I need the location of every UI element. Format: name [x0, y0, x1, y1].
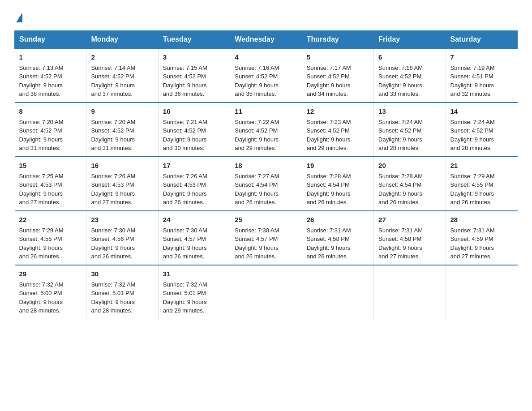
calendar-cell: 16Sunrise: 7:26 AMSunset: 4:53 PMDayligh…: [86, 157, 158, 211]
day-number: 3: [163, 52, 225, 62]
calendar-cell: 9Sunrise: 7:20 AMSunset: 4:52 PMDaylight…: [86, 103, 158, 157]
day-info: Sunrise: 7:29 AMSunset: 4:55 PMDaylight:…: [19, 227, 64, 260]
day-info: Sunrise: 7:21 AMSunset: 4:52 PMDaylight:…: [163, 119, 207, 152]
calendar-cell: 22Sunrise: 7:29 AMSunset: 4:55 PMDayligh…: [15, 211, 86, 265]
day-info: Sunrise: 7:15 AMSunset: 4:52 PMDaylight:…: [163, 64, 207, 98]
calendar-cell: 10Sunrise: 7:21 AMSunset: 4:52 PMDayligh…: [158, 103, 230, 157]
day-number: 27: [378, 215, 441, 225]
day-info: Sunrise: 7:20 AMSunset: 4:52 PMDaylight:…: [19, 119, 64, 152]
day-number: 5: [307, 52, 369, 62]
day-info: Sunrise: 7:30 AMSunset: 4:56 PMDaylight:…: [91, 227, 135, 260]
day-info: Sunrise: 7:28 AMSunset: 4:54 PMDaylight:…: [378, 173, 423, 206]
day-number: 17: [163, 161, 225, 171]
day-number: 16: [91, 161, 153, 171]
calendar-cell: [302, 265, 373, 319]
calendar-cell: 6Sunrise: 7:18 AMSunset: 4:52 PMDaylight…: [374, 48, 446, 103]
day-info: Sunrise: 7:22 AMSunset: 4:52 PMDaylight:…: [235, 119, 279, 152]
day-number: 11: [235, 107, 297, 116]
column-header-thursday: Thursday: [302, 31, 373, 49]
calendar-cell: [446, 265, 517, 319]
calendar-week-row: 8Sunrise: 7:20 AMSunset: 4:52 PMDaylight…: [15, 103, 518, 157]
day-number: 9: [91, 107, 153, 116]
day-number: 18: [235, 161, 297, 171]
column-header-wednesday: Wednesday: [230, 31, 302, 49]
day-number: 23: [91, 215, 153, 225]
day-number: 10: [163, 107, 225, 116]
day-number: 2: [91, 52, 153, 62]
calendar-cell: 24Sunrise: 7:30 AMSunset: 4:57 PMDayligh…: [158, 211, 230, 265]
calendar-cell: 7Sunrise: 7:19 AMSunset: 4:51 PMDaylight…: [446, 48, 517, 103]
day-info: Sunrise: 7:28 AMSunset: 4:54 PMDaylight:…: [307, 173, 351, 206]
calendar-header-row: SundayMondayTuesdayWednesdayThursdayFrid…: [15, 31, 518, 49]
day-number: 19: [307, 161, 369, 171]
column-header-sunday: Sunday: [15, 31, 86, 49]
day-number: 29: [19, 269, 82, 279]
day-info: Sunrise: 7:24 AMSunset: 4:52 PMDaylight:…: [378, 119, 423, 152]
calendar-week-row: 1Sunrise: 7:13 AMSunset: 4:52 PMDaylight…: [15, 48, 518, 103]
logo: [14, 11, 22, 22]
day-info: Sunrise: 7:20 AMSunset: 4:52 PMDaylight:…: [91, 119, 135, 152]
calendar-cell: 31Sunrise: 7:32 AMSunset: 5:01 PMDayligh…: [158, 265, 230, 319]
day-info: Sunrise: 7:31 AMSunset: 4:58 PMDaylight:…: [307, 227, 351, 260]
day-number: 22: [19, 215, 82, 225]
day-info: Sunrise: 7:30 AMSunset: 4:57 PMDaylight:…: [163, 227, 207, 260]
day-number: 24: [163, 215, 225, 225]
calendar-cell: 17Sunrise: 7:26 AMSunset: 4:53 PMDayligh…: [158, 157, 230, 211]
day-info: Sunrise: 7:17 AMSunset: 4:52 PMDaylight:…: [307, 64, 351, 98]
day-info: Sunrise: 7:26 AMSunset: 4:53 PMDaylight:…: [91, 173, 135, 206]
page-header: [14, 11, 518, 22]
day-number: 21: [450, 161, 513, 171]
day-number: 6: [378, 52, 441, 62]
column-header-friday: Friday: [374, 31, 446, 49]
day-info: Sunrise: 7:16 AMSunset: 4:52 PMDaylight:…: [235, 64, 279, 98]
calendar-cell: 25Sunrise: 7:30 AMSunset: 4:57 PMDayligh…: [230, 211, 302, 265]
calendar-cell: [374, 265, 446, 319]
calendar-table: SundayMondayTuesdayWednesdayThursdayFrid…: [14, 30, 518, 319]
day-number: 25: [235, 215, 297, 225]
column-header-tuesday: Tuesday: [158, 31, 230, 49]
calendar-cell: 18Sunrise: 7:27 AMSunset: 4:54 PMDayligh…: [230, 157, 302, 211]
calendar-cell: 12Sunrise: 7:23 AMSunset: 4:52 PMDayligh…: [302, 103, 373, 157]
calendar-cell: 14Sunrise: 7:24 AMSunset: 4:52 PMDayligh…: [446, 103, 517, 157]
calendar-cell: 11Sunrise: 7:22 AMSunset: 4:52 PMDayligh…: [230, 103, 302, 157]
day-number: 20: [378, 161, 441, 171]
day-info: Sunrise: 7:14 AMSunset: 4:52 PMDaylight:…: [91, 64, 135, 98]
day-number: 12: [307, 107, 369, 116]
calendar-cell: 30Sunrise: 7:32 AMSunset: 5:01 PMDayligh…: [86, 265, 158, 319]
calendar-cell: 3Sunrise: 7:15 AMSunset: 4:52 PMDaylight…: [158, 48, 230, 103]
calendar-cell: 2Sunrise: 7:14 AMSunset: 4:52 PMDaylight…: [86, 48, 158, 103]
day-number: 15: [19, 161, 82, 171]
day-number: 8: [19, 107, 82, 116]
calendar-week-row: 22Sunrise: 7:29 AMSunset: 4:55 PMDayligh…: [15, 211, 518, 265]
calendar-week-row: 15Sunrise: 7:25 AMSunset: 4:53 PMDayligh…: [15, 157, 518, 211]
logo-triangle-icon: [16, 13, 22, 22]
day-number: 13: [378, 107, 441, 116]
day-number: 1: [19, 52, 82, 62]
day-info: Sunrise: 7:23 AMSunset: 4:52 PMDaylight:…: [307, 119, 351, 152]
day-info: Sunrise: 7:24 AMSunset: 4:52 PMDaylight:…: [450, 119, 495, 152]
day-info: Sunrise: 7:18 AMSunset: 4:52 PMDaylight:…: [378, 64, 423, 98]
column-header-monday: Monday: [86, 31, 158, 49]
day-number: 26: [307, 215, 369, 225]
day-number: 7: [450, 52, 513, 62]
day-info: Sunrise: 7:25 AMSunset: 4:53 PMDaylight:…: [19, 173, 64, 206]
calendar-cell: 21Sunrise: 7:29 AMSunset: 4:55 PMDayligh…: [446, 157, 517, 211]
calendar-cell: 27Sunrise: 7:31 AMSunset: 4:58 PMDayligh…: [374, 211, 446, 265]
day-number: 31: [163, 269, 225, 279]
day-number: 4: [235, 52, 297, 62]
calendar-cell: [230, 265, 302, 319]
day-info: Sunrise: 7:27 AMSunset: 4:54 PMDaylight:…: [235, 173, 279, 206]
calendar-cell: 23Sunrise: 7:30 AMSunset: 4:56 PMDayligh…: [86, 211, 158, 265]
calendar-cell: 4Sunrise: 7:16 AMSunset: 4:52 PMDaylight…: [230, 48, 302, 103]
calendar-cell: 1Sunrise: 7:13 AMSunset: 4:52 PMDaylight…: [15, 48, 86, 103]
day-info: Sunrise: 7:29 AMSunset: 4:55 PMDaylight:…: [450, 173, 495, 206]
day-info: Sunrise: 7:30 AMSunset: 4:57 PMDaylight:…: [235, 227, 279, 260]
calendar-cell: 20Sunrise: 7:28 AMSunset: 4:54 PMDayligh…: [374, 157, 446, 211]
day-number: 28: [450, 215, 513, 225]
day-info: Sunrise: 7:32 AMSunset: 5:01 PMDaylight:…: [163, 281, 207, 314]
day-info: Sunrise: 7:26 AMSunset: 4:53 PMDaylight:…: [163, 173, 207, 206]
day-number: 14: [450, 107, 513, 116]
calendar-cell: 13Sunrise: 7:24 AMSunset: 4:52 PMDayligh…: [374, 103, 446, 157]
day-number: 30: [91, 269, 153, 279]
calendar-cell: 29Sunrise: 7:32 AMSunset: 5:00 PMDayligh…: [15, 265, 86, 319]
